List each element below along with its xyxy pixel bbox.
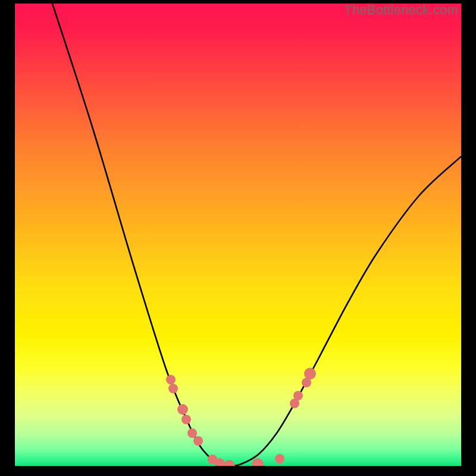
data-marker — [181, 415, 191, 424]
data-marker — [275, 454, 284, 464]
watermark-text: TheBottleneck.com — [344, 2, 458, 18]
data-marker — [293, 391, 303, 400]
data-marker — [223, 460, 235, 466]
data-marker — [168, 384, 178, 393]
data-marker — [166, 375, 176, 384]
data-marker — [187, 428, 197, 438]
bottleneck-curve — [52, 4, 461, 466]
data-marker — [193, 436, 203, 446]
data-marker — [252, 458, 264, 466]
chart-svg — [15, 4, 461, 466]
marker-group — [166, 368, 316, 466]
chart-frame — [15, 4, 461, 466]
data-marker — [304, 368, 316, 380]
data-marker — [177, 404, 188, 415]
